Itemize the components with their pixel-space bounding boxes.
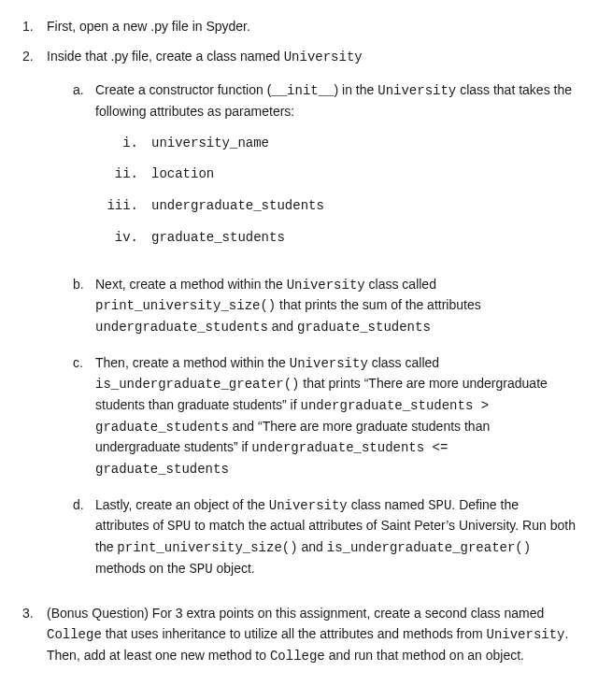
item-2a-number: a.	[73, 80, 95, 259]
code-print-university-size-2: print_university_size()	[117, 540, 297, 555]
item-3-t2: that uses inheritance to utilize all the…	[102, 626, 487, 641]
code-undergraduate-students-2: undergraduate_students	[95, 320, 268, 335]
code-spu-3: SPU	[189, 562, 212, 577]
item-2a-i: i. university_name	[107, 134, 576, 154]
item-2b-number: b.	[73, 275, 95, 338]
code-graduate-students: graduate_students	[151, 228, 576, 249]
code-print-university-size: print_university_size()	[95, 298, 276, 313]
item-2d-t6: methods on the	[95, 561, 189, 576]
code-init: __init__	[271, 83, 334, 98]
item-2c-number: c.	[73, 353, 95, 480]
item-2d-t2: class named	[348, 497, 428, 512]
item-1-text: First, open a new .py file in Spyder.	[47, 17, 576, 37]
code-spu: SPU	[428, 498, 451, 513]
code-university-2: University	[377, 83, 456, 98]
item-3-number: 3.	[22, 604, 47, 666]
code-university-6: University	[486, 627, 564, 642]
item-2a-t1: Create a constructor function (	[95, 82, 271, 97]
roman-iii: iii.	[107, 196, 151, 217]
code-university-name: university_name	[151, 134, 576, 154]
code-graduate-students-2: graduate_students	[297, 320, 431, 335]
item-1: 1. First, open a new .py file in Spyder.	[22, 17, 576, 37]
item-1-number: 1.	[22, 17, 47, 37]
code-is-undergraduate-greater: is_undergraduate_greater()	[95, 377, 299, 392]
roman-i: i.	[107, 134, 151, 154]
item-2b-t3: that prints the sum of the attributes	[276, 297, 480, 312]
code-undergraduate-students: undergraduate_students	[151, 196, 576, 217]
code-university-5: University	[269, 498, 348, 513]
item-2a: a. Create a constructor function (__init…	[73, 80, 576, 259]
item-2c: c. Then, create a method within the Univ…	[73, 353, 576, 480]
item-2a-ii: ii. location	[107, 164, 576, 185]
item-2c-t1: Then, create a method within the	[95, 355, 290, 370]
item-2a-roman-list: i. university_name ii. location iii. und…	[95, 134, 576, 249]
item-2d-t5: and	[298, 539, 327, 554]
code-university-3: University	[287, 278, 365, 293]
code-location: location	[151, 164, 576, 185]
item-2a-iv: iv. graduate_students	[107, 228, 576, 249]
item-2-number: 2.	[22, 47, 47, 595]
item-3-t1: (Bonus Question) For 3 extra points on t…	[47, 606, 544, 621]
code-university: University	[284, 50, 363, 64]
item-2b-t4: and	[268, 319, 297, 334]
item-2d-number: d.	[73, 495, 95, 580]
code-spu-2: SPU	[167, 519, 191, 534]
item-2: 2. Inside that .py file, create a class …	[22, 47, 576, 595]
item-3: 3. (Bonus Question) For 3 extra points o…	[22, 604, 576, 666]
item-2c-t2: class called	[368, 355, 439, 370]
roman-iv: iv.	[107, 228, 151, 249]
item-2b-t2: class called	[365, 277, 436, 292]
item-2-text: Inside that .py file, create a class nam…	[47, 49, 284, 64]
item-2b: b. Next, create a method within the Univ…	[73, 275, 576, 338]
item-2d-t1: Lastly, create an object of the	[95, 497, 269, 512]
roman-ii: ii.	[107, 164, 151, 185]
code-college-2: College	[270, 649, 325, 664]
item-2a-t2: ) in the	[335, 82, 378, 97]
item-2d-t7: object.	[213, 561, 255, 576]
instruction-list: 1. First, open a new .py file in Spyder.…	[22, 17, 576, 667]
item-2-sublist: a. Create a constructor function (__init…	[47, 80, 576, 579]
item-2a-iii: iii. undergraduate_students	[107, 196, 576, 217]
item-2b-t1: Next, create a method within the	[95, 277, 287, 292]
code-is-undergraduate-greater-2: is_undergraduate_greater()	[327, 540, 531, 555]
code-university-4: University	[290, 356, 368, 371]
item-2d: d. Lastly, create an object of the Unive…	[73, 495, 576, 580]
item-3-t4: and run that method on an object.	[325, 648, 524, 663]
code-college: College	[47, 627, 102, 642]
